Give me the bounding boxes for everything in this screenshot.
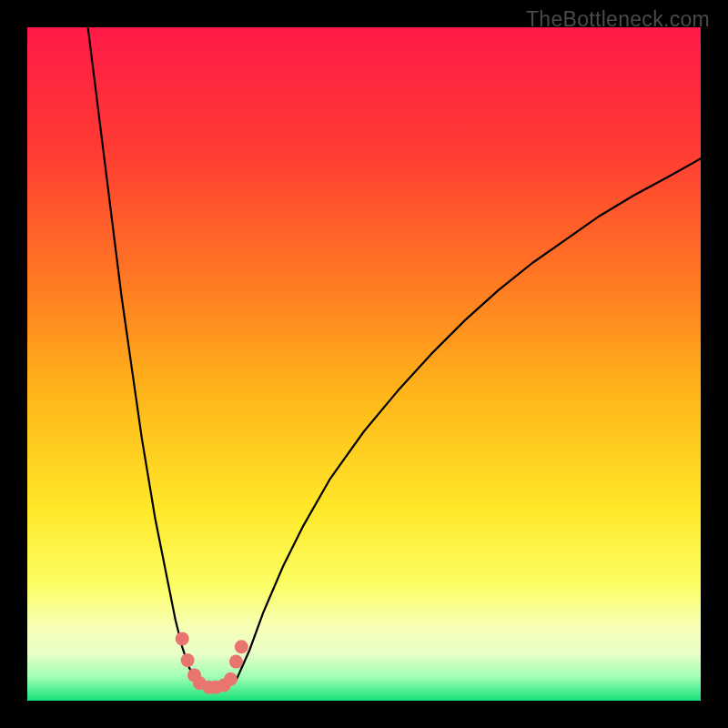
chart-svg: [27, 27, 701, 701]
highlight-point: [224, 672, 238, 686]
plot-area: [27, 27, 701, 701]
highlight-point: [181, 653, 195, 667]
gradient-background: [27, 27, 701, 701]
highlight-point: [176, 632, 189, 645]
highlight-point: [229, 655, 243, 669]
highlight-point: [235, 640, 248, 653]
chart-frame: TheBottleneck.com: [0, 0, 728, 728]
